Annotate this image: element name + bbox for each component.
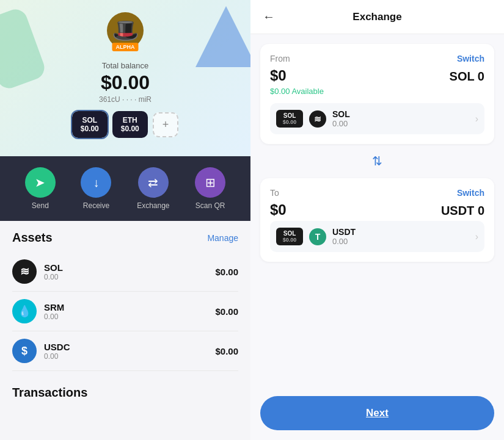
from-token-balance: 0.00 [332,119,469,128]
assets-header: Assets Manage [12,231,238,245]
to-amounts: $0 USDT 0 [270,201,484,218]
assets-title: Assets [12,231,53,245]
usdc-value: $0.00 [215,346,238,356]
from-chevron-icon: › [475,114,478,124]
transactions-header: Transactions [12,386,238,400]
wallet-tabs: SOL $0.00 ETH $0.00 + [12,111,238,138]
scanqr-button[interactable]: ⊞ Scan QR [195,167,225,210]
sol-name: SOL [44,262,215,273]
tab-sol-value: $0.00 [81,124,99,133]
scanqr-icon: ⊞ [195,167,225,198]
srm-value: $0.00 [215,306,238,317]
sol-icon: ≋ [12,259,37,284]
from-amounts: $0 SOL 0 [270,67,484,84]
tab-eth-value: $0.00 [121,124,139,133]
to-chevron-icon: › [475,231,478,242]
from-token-amount: SOL 0 [450,70,484,84]
to-card: To Switch $0 USDT 0 SOL $0.00 T USDT 0.0… [260,178,494,262]
add-wallet-button[interactable]: + [153,112,179,137]
exchange-title: Exchange [352,11,401,23]
wallet-address: 361cU · · · · miR [12,95,238,104]
srm-amount: 0.00 [44,312,215,321]
exchange-button[interactable]: ⇄ Exchange [137,167,169,210]
scanqr-label: Scan QR [195,201,225,210]
next-btn-container: Next [250,386,504,440]
exchange-header: ← Exchange [250,0,504,34]
from-usd-amount: $0 [270,67,287,84]
from-token-symbol: SOL [332,109,469,119]
usdc-icon: $ [12,339,37,363]
to-top-row: To Switch [270,188,484,198]
to-switch-button[interactable]: Switch [457,188,484,198]
swap-arrows-icon[interactable]: ⇅ [372,154,382,168]
send-button[interactable]: ➤ Send [25,167,56,210]
right-panel: ← Exchange From Switch $0 SOL 0 $0.00 Av… [250,0,504,440]
receive-button[interactable]: ↓ Receive [81,167,111,210]
to-token-symbol: USDT [332,227,469,237]
exchange-label: Exchange [137,201,169,210]
from-top-row: From Switch [270,54,484,63]
exchange-body: From Switch $0 SOL 0 $0.00 Available SOL… [250,34,504,386]
srm-info: SRM 0.00 [44,302,215,321]
next-button[interactable]: Next [260,396,494,430]
usdc-info: USDC 0.00 [44,342,215,361]
from-token-icon: ≋ [309,110,326,128]
receive-icon: ↓ [81,167,111,198]
from-token-info: SOL 0.00 [332,109,469,128]
to-label: To [270,188,279,198]
to-badge-label: SOL [280,230,299,237]
available-text: $0.00 Available [270,87,484,96]
from-switch-button[interactable]: Switch [457,54,484,63]
send-icon: ➤ [25,167,56,198]
swap-icon-row: ⇅ [260,151,494,171]
from-label: From [270,54,290,63]
left-panel: 🎩 ALPHA Total balance $0.00 361cU · · · … [0,0,250,440]
tab-sol-label: SOL [81,116,99,124]
transactions-title: Transactions [12,386,87,400]
from-badge-value: $0.00 [280,119,299,125]
bg-decoration-right [195,6,250,67]
asset-srm[interactable]: 💧 SRM 0.00 $0.00 [12,292,238,331]
wallet-tab-sol[interactable]: SOL $0.00 [72,111,108,138]
exchange-icon: ⇄ [138,167,169,198]
to-badge-value: $0.00 [280,237,299,243]
total-balance-amount: $0.00 [12,71,238,94]
from-badge-label: SOL [280,112,299,119]
to-token-balance: 0.00 [332,237,469,246]
to-token-icon: T [309,228,326,245]
to-token-amount: USDT 0 [441,204,484,218]
send-label: Send [32,201,49,210]
actions-panel: ➤ Send ↓ Receive ⇄ Exchange ⊞ Scan QR [0,156,250,221]
sol-value: $0.00 [215,267,238,277]
usdc-name: USDC [44,342,215,352]
back-button[interactable]: ← [263,10,275,24]
srm-icon: 💧 [12,299,37,323]
from-token-selector[interactable]: SOL $0.00 ≋ SOL 0.00 › [270,103,484,134]
wallet-tab-eth[interactable]: ETH $0.00 [112,111,148,138]
to-token-badge: SOL $0.00 [276,228,303,245]
transactions-section: Transactions [0,376,250,412]
to-usd-amount: $0 [270,201,287,218]
avatar-container: 🎩 ALPHA [107,12,144,49]
sol-info: SOL 0.00 [44,262,215,281]
usdc-amount: 0.00 [44,352,215,361]
alpha-badge: ALPHA [112,43,139,51]
sol-amount: 0.00 [44,273,215,281]
assets-section: Assets Manage ≋ SOL 0.00 $0.00 💧 SRM 0.0… [0,221,250,376]
from-token-badge: SOL $0.00 [276,110,303,128]
to-token-selector[interactable]: SOL $0.00 T USDT 0.00 › [270,221,484,252]
asset-sol[interactable]: ≋ SOL 0.00 $0.00 [12,252,238,292]
avatar-emoji: 🎩 [112,20,139,41]
srm-name: SRM [44,302,215,312]
receive-label: Receive [83,201,109,210]
from-card: From Switch $0 SOL 0 $0.00 Available SOL… [260,44,494,144]
tab-eth-label: ETH [121,116,139,124]
manage-link[interactable]: Manage [207,233,238,243]
wallet-header: 🎩 ALPHA Total balance $0.00 361cU · · · … [0,0,250,156]
to-token-info: USDT 0.00 [332,227,469,246]
asset-usdc[interactable]: $ USDC 0.00 $0.00 [12,331,238,371]
